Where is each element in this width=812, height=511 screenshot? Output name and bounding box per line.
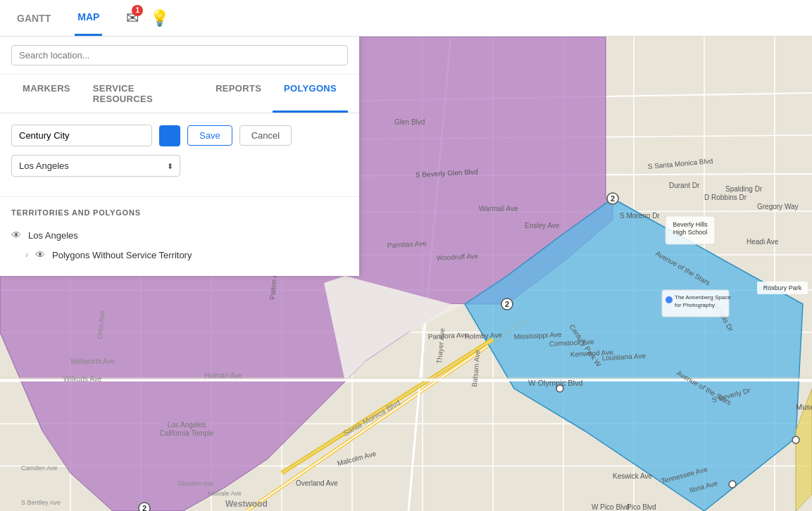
search-bar [0,37,359,75]
svg-text:D Robbins Dr: D Robbins Dr [704,194,747,201]
tab-reports[interactable]: REPORTS [204,75,273,113]
svg-text:Camden Ave: Camden Ave [21,465,57,472]
svg-text:Roxbury Park: Roxbury Park [763,284,802,291]
svg-point-39 [792,436,799,443]
panel-tabs: MARKERS SERVICE RESOURCES REPORTS POLYGO… [0,75,359,113]
map-container: 2 2 2 S Santa Monica Blvd S Moreno Dr W … [0,37,812,511]
svg-text:Los Angeles: Los Angeles [168,421,206,429]
svg-text:Keswick Ave: Keswick Ave [613,472,652,480]
svg-text:Ensley Ave: Ensley Ave [525,222,560,229]
territories-section: TERRITORIES AND POLYGONS 👁 Los Angeles ›… [0,197,359,276]
svg-text:W Olympic Blvd: W Olympic Blvd [528,379,583,387]
territory-label-los-angeles: Los Angeles [28,230,78,241]
svg-text:Beverly Hills: Beverly Hills [673,221,708,228]
search-input[interactable] [11,45,348,65]
eye-icon-polygons-without: 👁 [35,249,45,260]
edit-territory-row: Los Angeles ⬍ [11,155,348,177]
edit-section: Save Cancel Los Angeles ⬍ [0,113,359,197]
svg-text:2: 2 [505,300,509,308]
svg-text:Westwood: Westwood [225,499,268,509]
save-button[interactable]: Save [187,125,232,146]
svg-text:2: 2 [142,504,146,511]
svg-text:Headi Ave: Headi Ave [747,238,779,246]
edit-name-row: Save Cancel [11,125,348,146]
svg-text:Gregory Way: Gregory Way [757,203,799,210]
svg-text:2: 2 [611,194,615,203]
svg-text:S Bentley Ave: S Bentley Ave [21,499,61,506]
svg-text:Wellworth Ave: Wellworth Ave [70,358,115,365]
svg-point-40 [729,481,736,488]
svg-text:W Pico Blvd: W Pico Blvd [592,503,630,511]
top-nav: GANTT MAP ✉ 1 💡 [0,0,812,37]
svg-text:Durant Dr: Durant Dr [669,182,700,189]
territory-label-polygons-without: Polygons Without Service Territory [52,250,192,260]
territories-section-title: TERRITORIES AND POLYGONS [11,208,348,217]
svg-text:Spalding Dr: Spalding Dr [725,185,763,193]
panel: MARKERS SERVICE RESOURCES REPORTS POLYGO… [0,37,359,276]
svg-text:for Photography: for Photography [675,302,715,308]
tab-markers[interactable]: MARKERS [11,75,82,113]
tab-map[interactable]: MAP [75,0,102,36]
svg-text:Overland Ave: Overland Ave [296,479,338,487]
svg-text:Museum: Museum [796,403,812,411]
eye-icon-los-angeles: 👁 [11,229,21,241]
svg-text:High School: High School [673,229,708,236]
svg-text:Glen Blvd: Glen Blvd [394,118,425,126]
territory-select[interactable]: Los Angeles [11,155,180,177]
svg-text:Misvale Ave: Misvale Ave [208,490,242,497]
svg-text:Holman Ave: Holman Ave [204,372,242,379]
svg-text:California Temple: California Temple [159,429,214,437]
lightbulb-icon[interactable]: 💡 [150,9,169,27]
chevron-right-icon: › [25,250,28,260]
territory-select-wrapper: Los Angeles ⬍ [11,155,180,177]
svg-text:Warmail Ave: Warmail Ave [479,205,518,213]
svg-text:Wilkuds Ave: Wilkuds Ave [63,375,102,383]
tab-service-resources[interactable]: SERVICE RESOURCES [82,75,204,113]
polygon-name-input[interactable] [11,125,152,146]
mail-icon[interactable]: ✉ 1 [126,9,139,27]
svg-text:Pico Blvd: Pico Blvd [627,503,656,511]
color-swatch-button[interactable] [159,125,180,146]
cancel-button[interactable]: Cancel [239,125,292,146]
svg-point-62 [666,296,673,303]
mail-badge: 1 [132,5,143,16]
territory-item-los-angeles[interactable]: 👁 Los Angeles [11,225,348,245]
svg-text:Glandon Ave: Glandon Ave [177,480,213,487]
territory-item-polygons-without[interactable]: › 👁 Polygons Without Service Territory [11,245,348,265]
svg-text:S Moreno Dr: S Moreno Dr [620,212,660,220]
tab-gantt[interactable]: GANTT [14,1,54,35]
nav-icons: ✉ 1 💡 [126,9,169,27]
tab-polygons[interactable]: POLYGONS [273,75,348,113]
svg-text:The Annenberg Space: The Annenberg Space [675,294,731,301]
